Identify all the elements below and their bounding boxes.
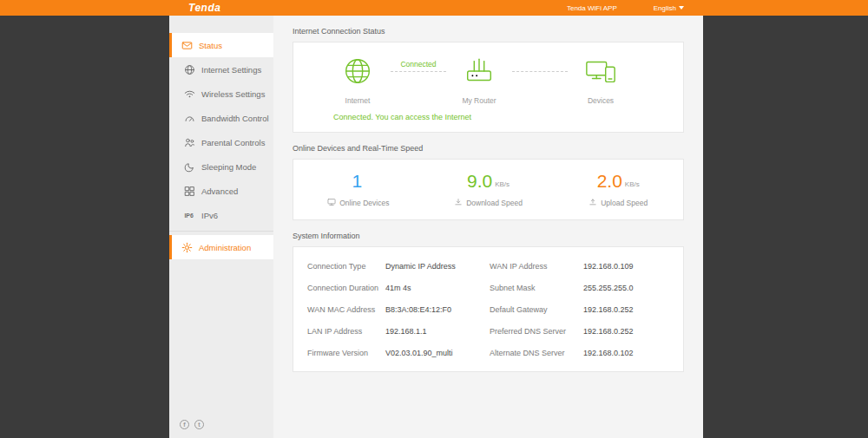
- main-panel: Internet Connection Status Internet Conn…: [273, 16, 703, 438]
- monitor-icon: [327, 198, 336, 208]
- field-value: B8:3A:08:E4:12:F0: [385, 305, 490, 314]
- upload-speed-unit: KB/s: [625, 180, 640, 188]
- connection-status-text: Connected. You can access the Internet: [293, 105, 683, 132]
- globe-icon: [184, 64, 195, 75]
- router-admin-screen: Tenda Tenda WiFi APP English Status: [0, 0, 868, 438]
- router-devices-link: [512, 71, 568, 72]
- sidebar-item-label: Sleeping Mode: [201, 162, 256, 172]
- wifi-app-link[interactable]: Tenda WiFi APP: [567, 4, 617, 12]
- field-value: Dynamic IP Address: [385, 262, 490, 271]
- chevron-down-icon: [679, 6, 684, 10]
- twitter-icon[interactable]: t: [194, 420, 204, 429]
- people-icon: [184, 137, 195, 148]
- download-icon: [454, 198, 463, 208]
- tenda-logo[interactable]: Tenda: [188, 2, 220, 14]
- field-label: LAN IP Address: [307, 327, 385, 336]
- router-icon: [463, 55, 496, 91]
- field-label: Connection Duration: [307, 284, 385, 292]
- connection-status-section: Internet Connection Status Internet Conn…: [293, 27, 684, 133]
- facebook-icon[interactable]: f: [180, 420, 189, 429]
- field-value: 192.168.1.1: [385, 327, 490, 336]
- section-title: Internet Connection Status: [293, 27, 684, 36]
- devices-icon: [584, 55, 617, 91]
- sidebar-nav: Status Internet Settings Wireless Settin…: [169, 16, 273, 420]
- moon-icon: [184, 161, 195, 173]
- sidebar-item-bandwidth-control[interactable]: Bandwidth Control: [169, 106, 273, 130]
- upload-speed-label: Upload Speed: [601, 199, 648, 207]
- upload-icon: [589, 198, 597, 208]
- router-label: My Router: [462, 96, 496, 105]
- wifi-icon: [184, 88, 195, 100]
- field-value: 192.168.0.109: [583, 262, 669, 271]
- section-title: Online Devices and Real-Time Speed: [293, 144, 684, 153]
- language-label: English: [654, 4, 676, 12]
- field-value: 192.168.0.252: [583, 327, 669, 336]
- dashed-line: [391, 71, 446, 72]
- sidebar-item-advanced[interactable]: Advanced: [169, 179, 273, 203]
- online-devices-stat: 1 Online Devices: [293, 172, 424, 208]
- internet-node: Internet: [325, 55, 391, 105]
- sidebar-item-administration[interactable]: Administration: [169, 235, 273, 259]
- dashed-line: [512, 71, 568, 72]
- field-label: WAN IP Address: [490, 262, 583, 271]
- table-row: Connection Type Dynamic IP Address WAN I…: [307, 255, 669, 277]
- devices-label: Devices: [588, 96, 614, 105]
- connected-link-label: Connected: [391, 60, 446, 69]
- status-icon: [181, 40, 193, 51]
- sidebar: Status Internet Settings Wireless Settin…: [169, 16, 273, 438]
- field-label: Preferred DNS Server: [490, 327, 583, 336]
- speedometer-icon: [184, 113, 195, 124]
- upload-speed-value: 2.0: [597, 172, 622, 191]
- language-selector[interactable]: English: [654, 4, 684, 12]
- online-devices-label: Online Devices: [339, 199, 389, 207]
- speed-section: Online Devices and Real-Time Speed 1 Onl…: [293, 144, 684, 220]
- download-speed-unit: KB/s: [495, 180, 510, 188]
- sidebar-item-label: Status: [199, 41, 222, 50]
- internet-router-link: Connected: [391, 71, 446, 72]
- sidebar-item-status[interactable]: Status: [169, 33, 273, 57]
- sidebar-item-label: Wireless Settings: [201, 89, 265, 99]
- table-row: Firmware Version V02.03.01.90_multi Alte…: [307, 342, 669, 363]
- section-title: System Information: [293, 232, 684, 240]
- field-value: 192.168.0.102: [583, 349, 669, 357]
- ipv6-icon: IP6: [184, 210, 195, 221]
- field-label: Default Gateway: [490, 305, 583, 314]
- sidebar-item-ipv6[interactable]: IP6 IPv6: [169, 203, 273, 227]
- field-value: 41m 4s: [385, 284, 490, 292]
- table-row: LAN IP Address 192.168.1.1 Preferred DNS…: [307, 320, 669, 342]
- social-links: f t: [169, 420, 273, 438]
- sidebar-item-internet-settings[interactable]: Internet Settings: [169, 57, 273, 82]
- connection-diagram: Internet Connected My Router: [293, 42, 683, 105]
- grid-icon: [184, 186, 195, 197]
- sidebar-item-label: Internet Settings: [201, 65, 261, 75]
- sidebar-item-parental-controls[interactable]: Parental Controls: [169, 130, 273, 154]
- online-devices-value: 1: [352, 172, 362, 191]
- field-value: 255.255.255.0: [583, 284, 669, 292]
- system-info-section: System Information Connection Type Dynam…: [293, 232, 684, 372]
- sidebar-item-label: Administration: [199, 243, 251, 252]
- content-area: Status Internet Settings Wireless Settin…: [169, 16, 703, 438]
- sidebar-item-sleeping-mode[interactable]: Sleeping Mode: [169, 154, 273, 179]
- devices-node: Devices: [568, 55, 634, 105]
- field-label: Subnet Mask: [490, 284, 583, 292]
- field-label: WAN MAC Address: [307, 305, 385, 314]
- download-speed-stat: 9.0 KB/s Download Speed: [424, 172, 554, 208]
- upload-speed-stat: 2.0 KB/s Upload Speed: [553, 172, 683, 208]
- download-speed-label: Download Speed: [466, 199, 523, 207]
- download-speed-value: 9.0: [467, 172, 492, 191]
- internet-globe-icon: [341, 55, 374, 91]
- system-info-card: Connection Type Dynamic IP Address WAN I…: [293, 246, 684, 372]
- router-node: My Router: [446, 55, 512, 105]
- sidebar-item-label: IPv6: [201, 211, 218, 220]
- field-label: Connection Type: [307, 262, 385, 271]
- sidebar-item-wireless-settings[interactable]: Wireless Settings: [169, 82, 273, 106]
- sidebar-item-label: Bandwidth Control: [201, 114, 269, 123]
- field-value: V02.03.01.90_multi: [385, 349, 490, 357]
- topbar: Tenda Tenda WiFi APP English: [0, 0, 868, 16]
- sidebar-item-label: Parental Controls: [201, 138, 265, 147]
- sidebar-item-label: Advanced: [201, 186, 238, 196]
- table-row: Connection Duration 41m 4s Subnet Mask 2…: [307, 277, 669, 298]
- connection-status-card: Internet Connected My Router: [293, 42, 684, 133]
- table-row: WAN MAC Address B8:3A:08:E4:12:F0 Defaul…: [307, 298, 669, 320]
- speed-card: 1 Online Devices 9.0: [293, 159, 684, 220]
